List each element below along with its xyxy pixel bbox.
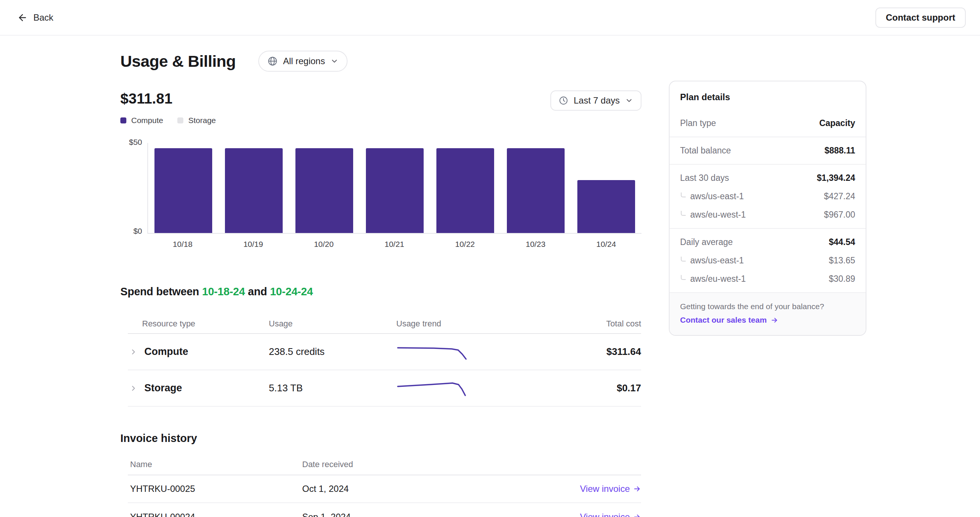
resource-table-header: Resource type Usage Usage trend Total co… <box>128 314 641 334</box>
resource-usage-table: Resource type Usage Usage trend Total co… <box>128 314 641 407</box>
invoice-row: YHTRKU-00025 Oct 1, 2024 View invoice <box>128 476 641 503</box>
contact-sales-link[interactable]: Contact our sales team <box>680 316 778 324</box>
legend-item-storage: Storage <box>177 116 216 125</box>
region-label: aws/us-east-1 <box>690 255 744 266</box>
last-30-days-value: $1,394.24 <box>817 173 855 183</box>
region-cost-row: aws/us-east-1 $13.65 <box>680 255 855 266</box>
total-balance-row: Total balance $888.11 <box>670 137 865 164</box>
bar-10/19[interactable] <box>225 148 283 233</box>
region-cost: $427.24 <box>824 191 855 201</box>
total-balance-label: Total balance <box>680 145 731 156</box>
resource-type-label: Compute <box>144 346 188 357</box>
chevron-right-icon[interactable] <box>129 348 138 356</box>
balance-question: Getting towards the end of your balance? <box>680 302 855 311</box>
spend-period-heading: Spend between 10-18-24 and 10-24-24 <box>120 286 641 298</box>
contact-sales-label: Contact our sales team <box>680 316 767 324</box>
chevron-down-icon <box>330 57 339 65</box>
invoice-date: Oct 1, 2024 <box>302 483 555 494</box>
header-date-received: Date received <box>302 460 555 469</box>
x-axis-labels: 10/1810/1910/2010/2110/2210/2310/24 <box>147 240 641 249</box>
bar-10/23[interactable] <box>507 148 565 233</box>
arrow-right-icon <box>770 316 778 324</box>
bar-10/21[interactable] <box>366 148 424 233</box>
chart-legend: Compute Storage <box>120 116 216 125</box>
region-label: aws/us-east-1 <box>690 191 744 201</box>
chevron-right-icon[interactable] <box>129 384 138 393</box>
invoice-table-header: Name Date received <box>128 456 641 476</box>
spend-end-date: 10-24-24 <box>270 286 313 297</box>
plan-type-row: Plan type Capacity <box>670 110 865 137</box>
region-filter-dropdown[interactable]: All regions <box>258 51 348 72</box>
view-invoice-label: View invoice <box>580 512 630 517</box>
total-balance-value: $888.11 <box>824 145 855 156</box>
region-cost-row: aws/eu-west-1 $30.89 <box>680 274 855 284</box>
region-label: aws/eu-west-1 <box>690 274 746 284</box>
invoice-row: YHTRKU-00024 Sep 1, 2024 View invoice <box>128 503 641 517</box>
back-label: Back <box>33 13 53 23</box>
table-row-compute[interactable]: Compute 238.5 credits $311.64 <box>128 334 641 370</box>
header-usage-trend: Usage trend <box>396 319 566 329</box>
arrow-right-icon <box>633 513 641 517</box>
table-row-storage[interactable]: Storage 5.13 TB $0.17 <box>128 370 641 407</box>
tree-elbow-icon <box>681 211 686 216</box>
header-resource-type: Resource type <box>128 319 269 329</box>
bar-band <box>571 143 641 233</box>
bar-10/24[interactable] <box>578 180 635 233</box>
resource-type-label: Storage <box>144 382 182 394</box>
legend-label: Compute <box>131 116 163 125</box>
region-label: aws/eu-west-1 <box>690 210 746 220</box>
daily-average-group: Daily average $44.54 aws/us-east-1 $13.6… <box>670 229 865 292</box>
last-30-days-group: Last 30 days $1,394.24 aws/us-east-1 $42… <box>670 165 865 228</box>
x-tick-label: 10/18 <box>147 240 218 249</box>
region-cost-row: aws/us-east-1 $427.24 <box>680 191 855 201</box>
bar-band <box>360 143 430 233</box>
bar-10/22[interactable] <box>436 148 494 233</box>
plan-type-value: Capacity <box>819 118 855 128</box>
bar-10/20[interactable] <box>296 148 353 233</box>
compute-swatch <box>120 117 126 123</box>
invoice-history-title: Invoice history <box>120 432 641 445</box>
bar-band <box>501 143 571 233</box>
usage-trend-sparkline <box>396 380 491 397</box>
plan-type-label: Plan type <box>680 118 716 128</box>
invoice-name: YHTRKU-00025 <box>128 483 302 494</box>
spend-bar-chart: $50 $0 10/1810/1910/2010/2110/2210/2310/… <box>120 143 641 249</box>
storage-swatch <box>177 117 183 123</box>
daily-average-value: $44.54 <box>829 237 855 247</box>
usage-value: 238.5 credits <box>269 346 396 357</box>
y-tick-max: $50 <box>129 138 142 147</box>
back-button[interactable]: Back <box>17 13 53 23</box>
tree-elbow-icon <box>681 193 686 197</box>
invoice-date: Sep 1, 2024 <box>302 512 555 517</box>
legend-label: Storage <box>188 116 216 125</box>
page-content: Usage & Billing All regions $311.81 Comp… <box>0 36 980 517</box>
chevron-down-icon <box>625 96 633 105</box>
plan-details-card: Plan details Plan type Capacity Total ba… <box>669 81 866 336</box>
bar-plot <box>147 143 641 234</box>
region-cost: $967.00 <box>824 210 855 220</box>
period-filter-dropdown[interactable]: Last 7 days <box>550 91 641 111</box>
bar-band <box>219 143 289 233</box>
tree-elbow-icon <box>681 275 686 280</box>
total-spend-amount: $311.81 <box>120 91 216 107</box>
main-column: Usage & Billing All regions $311.81 Comp… <box>120 51 641 517</box>
top-bar: Back Contact support <box>0 0 980 36</box>
bar-10/18[interactable] <box>154 148 212 233</box>
legend-item-compute: Compute <box>120 116 163 125</box>
contact-support-button[interactable]: Contact support <box>875 8 966 28</box>
total-cost-value: $311.64 <box>566 346 641 357</box>
daily-average-label: Daily average <box>680 237 733 247</box>
tree-elbow-icon <box>681 257 686 262</box>
region-cost-row: aws/eu-west-1 $967.00 <box>680 210 855 220</box>
view-invoice-link[interactable]: View invoice <box>580 512 641 517</box>
view-invoice-link[interactable]: View invoice <box>580 483 641 494</box>
arrow-right-icon <box>633 485 641 493</box>
y-tick-zero: $0 <box>134 227 142 236</box>
x-tick-label: 10/19 <box>218 240 288 249</box>
globe-icon <box>267 56 278 66</box>
header-usage: Usage <box>269 319 396 329</box>
invoice-history-table: Name Date received YHTRKU-00025 Oct 1, 2… <box>128 456 641 517</box>
back-arrow-icon <box>17 13 28 23</box>
page-title: Usage & Billing <box>120 52 236 70</box>
usage-trend-sparkline <box>396 343 491 361</box>
